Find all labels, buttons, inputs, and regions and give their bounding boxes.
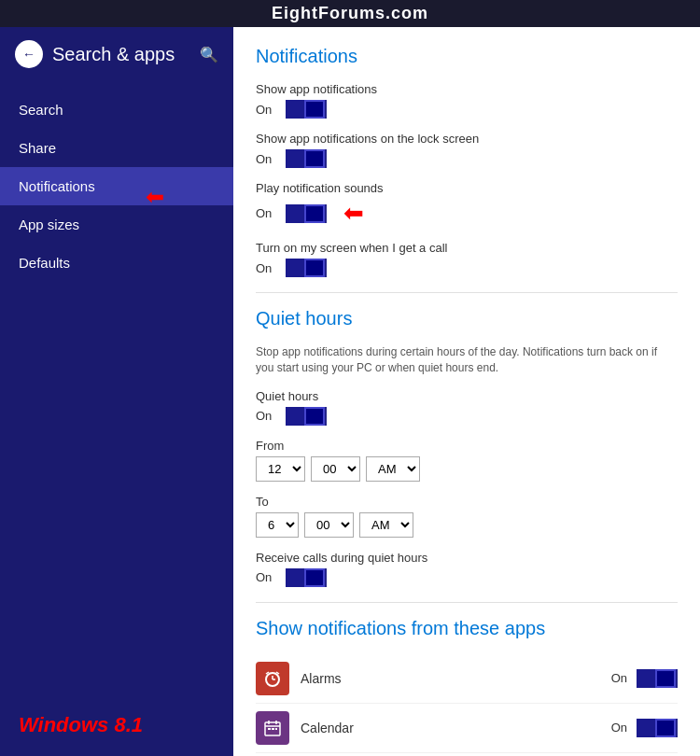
sidebar-item-share[interactable]: Share [0,129,233,167]
notification-sounds-row: Play notification sounds On ⬅ [256,181,678,228]
show-app-notifications-row: Show app notifications On [256,82,678,119]
from-dropdown-row: 12 123 456 00153045 AMPM [256,456,678,482]
from-hour-select[interactable]: 12 123 456 [256,456,305,482]
receive-calls-toggle-row: On [256,568,678,587]
main-content: Notifications Show app notifications On … [233,27,700,756]
screen-on-call-toggle[interactable] [286,259,327,277]
sidebar-item-app-sizes[interactable]: App sizes [0,205,233,244]
notification-sounds-toggle-row: On ⬅ [256,199,678,228]
lock-screen-notifications-state: On [256,152,276,166]
to-ampm-select[interactable]: AMPM [359,512,413,538]
show-app-notifications-label: Show app notifications [256,82,678,96]
alarms-toggle[interactable] [637,669,678,688]
quiet-hours-description: Stop app notifications during certain ho… [256,344,678,376]
sidebar-item-notifications[interactable]: Notifications [0,167,233,205]
show-app-notifications-toggle-row: On [256,100,678,119]
divider-2 [256,602,678,603]
windows-version-label: Windows 8.1 [0,694,233,756]
quiet-hours-label: Quiet hours [256,389,678,403]
notifications-title: Notifications [256,46,678,67]
lock-screen-notifications-toggle-row: On [256,149,678,168]
lock-screen-notifications-toggle[interactable] [286,149,327,168]
quiet-hours-toggle-row: Quiet hours On [256,389,678,426]
arrow-annotation-sounds: ⬅ [343,199,364,228]
receive-calls-row: Receive calls during quiet hours On [256,551,678,587]
receive-calls-label: Receive calls during quiet hours [256,551,678,565]
sidebar-item-defaults[interactable]: Defaults [0,244,233,282]
list-item: Calendar On [256,704,678,753]
to-dropdown-row: 6 123 457 00153045 AMPM [256,512,678,538]
sidebar-nav: Search Share Notifications App sizes Def… [0,91,233,282]
quiet-hours-state: On [256,409,276,423]
lock-screen-notifications-label: Show app notifications on the lock scree… [256,132,678,146]
svg-rect-11 [275,728,277,730]
sidebar-header: ← Search & apps 🔍 [0,27,233,81]
to-hour-select[interactable]: 6 123 457 [256,512,299,538]
back-icon: ← [22,47,35,62]
divider-1 [256,292,678,293]
svg-rect-10 [272,728,274,730]
sidebar-title: Search & apps [52,44,175,65]
calendar-name: Calendar [301,721,611,735]
sidebar-item-search[interactable]: Search [0,91,233,129]
sidebar: ← Search & apps 🔍 Search Share Notificat… [0,27,233,756]
screen-on-call-row: Turn on my screen when I get a call On [256,241,678,277]
notifications-section: Notifications Show app notifications On … [256,46,678,277]
to-minute-select[interactable]: 00153045 [304,512,354,538]
show-app-notifications-toggle[interactable] [286,100,327,119]
notification-sounds-toggle[interactable] [286,204,327,223]
notification-sounds-state: On [256,206,276,220]
receive-calls-toggle[interactable] [286,568,327,587]
receive-calls-state: On [256,570,276,584]
alarms-state: On [611,671,627,685]
list-item: Alarms On [256,654,678,704]
notification-sounds-label: Play notification sounds [256,181,678,195]
quiet-hours-title: Quiet hours [256,308,678,329]
screen-on-call-state: On [256,261,276,275]
from-minute-select[interactable]: 00153045 [311,456,360,482]
from-group: From 12 123 456 00153045 AMPM [256,439,678,482]
calendar-icon [256,711,289,745]
screen-on-call-toggle-row: On [256,259,678,277]
apps-section-title: Show notifications from these apps [256,618,678,639]
calendar-state: On [611,721,627,735]
from-label: From [256,439,678,453]
screen-on-call-label: Turn on my screen when I get a call [256,241,678,255]
from-ampm-select[interactable]: AMPM [366,456,420,482]
quiet-hours-toggle-container: On [256,407,678,426]
back-button[interactable]: ← [15,40,43,68]
list-item: Games On [256,753,678,756]
alarms-name: Alarms [301,671,611,686]
show-app-notifications-state: On [256,103,276,117]
to-label: To [256,495,678,509]
watermark-bar: EightForums.com [0,0,700,27]
quiet-hours-toggle[interactable] [286,407,327,426]
calendar-toggle[interactable] [637,719,678,737]
watermark-text: EightForums.com [272,4,428,22]
app-list: Alarms On [256,654,678,756]
to-group: To 6 123 457 00153045 AMPM [256,495,678,538]
apps-section: Show notifications from these apps Alarm [256,618,678,756]
search-icon[interactable]: 🔍 [200,46,218,63]
lock-screen-notifications-row: Show app notifications on the lock scree… [256,132,678,168]
svg-rect-9 [268,728,271,730]
quiet-hours-section: Quiet hours Stop app notifications durin… [256,308,678,587]
alarms-icon [256,662,289,695]
